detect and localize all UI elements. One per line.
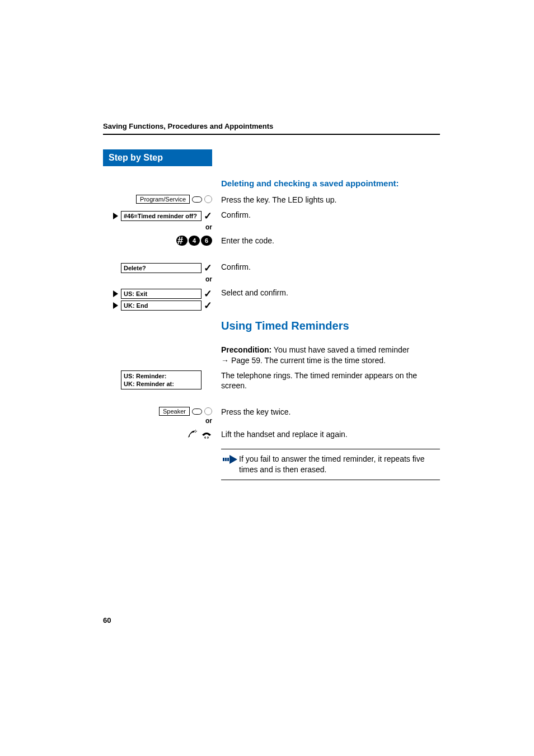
or-label-1: or (103, 223, 212, 231)
display-uk-reminder: UK: Reminder at: (124, 381, 174, 387)
dial-keys-group: # 4 6 (176, 236, 212, 246)
scroll-right-icon (113, 302, 118, 309)
confirm-text-1: Confirm. (212, 210, 440, 220)
program-service-key: Program/Service (136, 195, 212, 204)
press-key-twice-text: Press the key twice. (212, 407, 440, 417)
section-using-timed-reminders-heading: Using Timed Reminders (221, 320, 440, 332)
dial-key-hash: # (176, 236, 188, 246)
page-number: 60 (103, 616, 111, 624)
step-by-step-bar: Step by Step (103, 149, 212, 166)
or-label-2: or (103, 275, 212, 283)
header-divider (103, 134, 440, 135)
precondition-text-1: You must have saved a timed reminder (271, 345, 409, 354)
or-label-3: or (103, 417, 212, 425)
note-text: If you fail to answer the timed reminder… (239, 454, 440, 475)
dial-key-4: 4 (189, 236, 200, 246)
display-reminder: US: Reminder: UK: Reminder at: (121, 370, 202, 390)
confirm-check-icon: ✓ (204, 288, 212, 300)
display-timed-reminder-off: #46=Timed reminder off? (121, 211, 202, 221)
page-header-title: Saving Functions, Procedures and Appoint… (103, 122, 440, 130)
confirm-check-icon: ✓ (204, 262, 212, 274)
hash-icon: # (176, 235, 188, 246)
enter-code-text: Enter the code. (212, 236, 440, 246)
key-pill-icon (192, 196, 202, 203)
scroll-right-icon (113, 213, 118, 219)
dial-key-6: 6 (201, 236, 212, 246)
svg-rect-3 (227, 458, 229, 461)
speaker-key: Speaker (159, 407, 212, 416)
key-pill-icon (192, 408, 202, 415)
display-delete: Delete? (121, 263, 202, 273)
display-uk-end: UK: End (121, 300, 202, 311)
section-deleting-checking-heading: Deleting and checking a saved appointmen… (221, 179, 440, 188)
confirm-text-2: Confirm. (212, 262, 440, 273)
lift-handset-icon (186, 429, 198, 439)
key-led-icon (204, 407, 212, 415)
key-led-icon (204, 195, 212, 203)
note-arrow-icon (221, 454, 239, 475)
page-ref-arrow-icon: → (221, 356, 229, 365)
replace-handset-icon (201, 429, 212, 439)
telephone-rings-text: The telephone rings. The timed reminder … (212, 370, 440, 392)
display-us-reminder: US: Reminder: (124, 373, 166, 379)
scroll-right-icon (113, 290, 118, 297)
svg-rect-1 (223, 458, 224, 461)
svg-text:#: # (177, 235, 183, 246)
speaker-key-label: Speaker (159, 407, 190, 416)
display-us-exit: US: Exit (121, 289, 202, 299)
svg-rect-2 (225, 458, 227, 461)
program-service-key-label: Program/Service (136, 195, 190, 204)
handset-icons-group (186, 429, 212, 439)
lift-handset-text: Lift the handset and replace it again. (212, 429, 440, 440)
precondition-ref: Page 59. The current time is the time st… (229, 356, 386, 365)
note-box: If you fail to answer the timed reminder… (221, 449, 440, 480)
confirm-check-icon: ✓ (204, 210, 212, 222)
confirm-check-icon: ✓ (204, 299, 212, 312)
press-key-led-text: Press the key. The LED lights up. (212, 195, 440, 205)
precondition-label: Precondition: (221, 345, 271, 354)
select-and-confirm-text: Select and confirm. (212, 288, 440, 298)
precondition-paragraph: Precondition: You must have saved a time… (212, 345, 440, 366)
